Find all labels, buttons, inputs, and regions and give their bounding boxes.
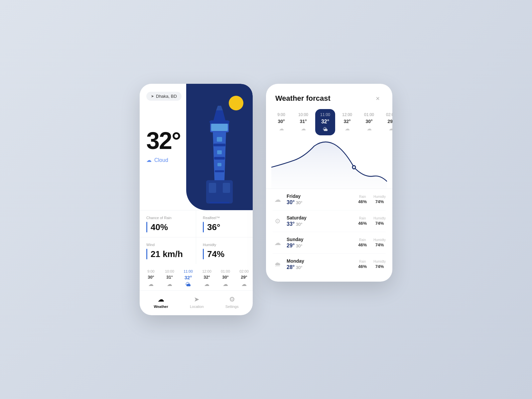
wind-stat: Wind 21 km/h (140, 237, 196, 264)
fh-time: 9:00 (277, 112, 285, 117)
wind-bar (146, 249, 147, 259)
day-rain-stat: Rain 46% (358, 260, 367, 269)
day-info: Friday 30° 30° (287, 194, 354, 205)
settings-nav-icon: ⚙ (229, 295, 235, 303)
nav-settings[interactable]: ⚙ Settings (225, 295, 239, 309)
forecast-title: Weather forcast (275, 94, 331, 103)
day-row: 🌧 Monday 28° 30° Rain 46% Humidty 74% (273, 254, 386, 275)
svg-point-19 (353, 166, 355, 168)
svg-rect-8 (217, 137, 222, 142)
daily-forecast: ☁ Friday 30° 30° Rain 46% Humidty 74% ⚙ … (266, 189, 392, 275)
day-weather-icon: ☁ (273, 239, 283, 247)
temperature-chart (266, 135, 392, 189)
day-humidity-val: 74% (375, 199, 384, 204)
hour-time: 11:00 (184, 269, 193, 273)
cloud-icon: ☁ (146, 157, 152, 163)
day-weather-icon: 🌧 (273, 261, 283, 268)
fh-temp: 32° (343, 119, 350, 124)
fh-temp: 31° (300, 119, 307, 124)
day-humidity-val: 74% (375, 242, 384, 247)
day-name: Saturday (287, 215, 354, 220)
hour-icon: ☁ (148, 281, 154, 287)
hour-item[interactable]: 11:00 32° 🌥 (181, 269, 196, 288)
close-button[interactable]: × (372, 93, 383, 104)
realfeel-value: 36° (207, 222, 220, 232)
left-phone: ➤ Dhaka, BD 32° ☁ Cloud Chance of Rain 4… (140, 84, 253, 315)
forecast-hour-item[interactable]: 10:00 31° ☁ (293, 109, 313, 135)
realfeel-value-row: 36° (203, 222, 246, 232)
day-temps: 28° 30° (287, 264, 354, 270)
fh-icon: 🌥 (323, 126, 328, 132)
svg-marker-14 (213, 110, 225, 120)
svg-rect-1 (209, 183, 216, 193)
location-arrow-icon: ➤ (151, 94, 154, 98)
hour-icon: ☁ (241, 281, 247, 287)
svg-rect-9 (217, 150, 222, 154)
forecast-hour-item[interactable]: 02:00 29° ☁ (381, 109, 392, 135)
rain-col-label: Rain (358, 260, 367, 263)
svg-rect-10 (217, 163, 221, 166)
forecast-hour-item[interactable]: 9:00 30° ☁ (271, 109, 291, 135)
fh-icon: ☁ (367, 126, 372, 132)
forecast-hour-item[interactable]: 11:00 32° 🌥 (315, 109, 335, 135)
day-rain-stat: Rain 46% (358, 238, 367, 248)
screens-container: ➤ Dhaka, BD 32° ☁ Cloud Chance of Rain 4… (140, 84, 392, 315)
hour-item[interactable]: 10:00 31° ☁ (162, 269, 177, 288)
nav-location[interactable]: ➤ Location (190, 295, 204, 309)
hour-item[interactable]: 02:00 29° ☁ (237, 269, 251, 288)
hour-icon: 🌥 (186, 282, 191, 288)
hour-item[interactable]: 9:00 30° ☁ (144, 269, 158, 288)
day-humidity-val: 74% (375, 221, 384, 226)
day-weather-icon: ☁ (273, 196, 283, 203)
day-high: 29° (287, 243, 295, 248)
humidity-value-row: 74% (203, 249, 246, 259)
day-rain-val: 46% (358, 199, 367, 204)
day-humidity-stat: Humidty 74% (373, 238, 386, 248)
day-rain-val: 46% (358, 221, 367, 226)
fh-temp: 32° (321, 119, 329, 125)
forecast-header: Weather forcast × (266, 84, 392, 109)
hour-item[interactable]: 01:00 30° ☁ (218, 269, 233, 288)
humidity-col-label: Humidty (373, 195, 386, 199)
day-stats: Rain 46% Humidty 74% (358, 195, 386, 204)
day-stats: Rain 46% Humidty 74% (358, 260, 386, 269)
fh-temp: 29° (387, 119, 392, 124)
rain-value: 40% (151, 222, 168, 232)
forecast-hour-item[interactable]: 01:00 30° ☁ (359, 109, 379, 135)
location-pill[interactable]: ➤ Dhaka, BD (146, 92, 182, 101)
hour-item[interactable]: 12:00 32° ☁ (200, 269, 214, 288)
nav-weather[interactable]: ☁ Weather (154, 295, 168, 309)
forecast-hour-item[interactable]: 12:00 32° ☁ (337, 109, 357, 135)
location-nav-icon: ➤ (194, 295, 200, 303)
day-row: ☁ Friday 30° 30° Rain 46% Humidty 74% (273, 189, 386, 210)
humidity-stat: Humidty 74% (196, 237, 253, 264)
wind-value: 21 km/h (151, 249, 183, 259)
humidity-value: 74% (207, 249, 224, 259)
day-rain-stat: Rain 46% (358, 195, 367, 204)
realfeel-label: Realfeel™ (203, 216, 246, 220)
nav-settings-label: Settings (225, 305, 239, 309)
fh-time: 11:00 (320, 112, 330, 117)
fh-time: 12:00 (342, 112, 352, 117)
hour-time: 10:00 (165, 269, 174, 273)
day-humidity-stat: Humidty 74% (373, 195, 386, 204)
hour-time: 12:00 (202, 269, 211, 273)
day-high: 30° (287, 200, 295, 205)
hour-time: 9:00 (147, 269, 154, 273)
location-text: Dhaka, BD (156, 94, 177, 99)
fh-icon: ☁ (345, 126, 350, 132)
rain-stat: Chance of Rain 40% (140, 210, 196, 237)
rain-label: Chance of Rain (146, 216, 189, 220)
svg-rect-2 (223, 183, 230, 193)
day-name: Sunday (287, 237, 354, 242)
day-info: Saturday 33° 30° (287, 215, 354, 227)
hour-icon: ☁ (223, 281, 228, 287)
hour-icon: ☁ (204, 281, 209, 287)
hour-time: 01:00 (221, 269, 230, 273)
hero-condition: ☁ Cloud (146, 157, 168, 163)
day-row: ⚙ Saturday 33° 30° Rain 46% Humidty 74% (273, 210, 386, 232)
rain-bar (146, 222, 147, 232)
rain-col-label: Rain (358, 195, 367, 199)
weather-nav-icon: ☁ (158, 295, 164, 303)
day-info: Sunday 29° 30° (287, 237, 354, 249)
